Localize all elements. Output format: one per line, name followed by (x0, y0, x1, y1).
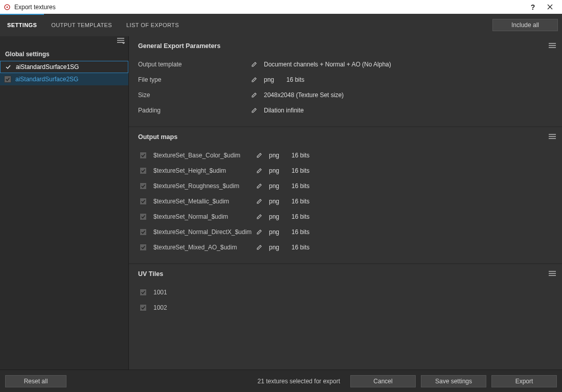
edit-icon[interactable] (255, 214, 264, 220)
close-button[interactable] (541, 0, 559, 14)
output-map-row: $textureSet_Roughness_$udimpng16 bits (138, 178, 553, 194)
edit-icon[interactable] (255, 229, 264, 235)
output-map-row: $textureSet_Height_$udimpng16 bits (138, 163, 553, 178)
include-all-container: Include all (492, 19, 558, 31)
label: Padding (138, 107, 244, 114)
map-bits: 16 bits (291, 244, 309, 251)
row-output-template: Output template Document channels + Norm… (138, 57, 553, 72)
uv-tile-row: 1001 (138, 285, 553, 300)
uv-checkbox[interactable] (138, 289, 148, 296)
value: Dilation infinite (264, 107, 304, 114)
tab-list-of-exports[interactable]: LIST OF EXPORTS (119, 14, 186, 36)
map-checkbox[interactable] (138, 244, 148, 251)
sidebar-toolbar (0, 36, 128, 49)
include-all-button[interactable]: Include all (492, 19, 558, 31)
row-file-type: File type png 16 bits (138, 72, 553, 87)
map-format: png (269, 152, 286, 159)
panel-title: Output maps (138, 133, 553, 141)
edit-icon[interactable] (250, 61, 259, 67)
map-name: $textureSet_Normal_DirectX_$udim (153, 228, 250, 236)
map-format: png (269, 167, 286, 174)
tabs: SETTINGS OUTPUT TEMPLATES LIST OF EXPORT… (0, 14, 186, 36)
map-name: $textureSet_Normal_$udim (153, 213, 250, 220)
footer: Reset all 21 textures selected for expor… (0, 370, 562, 392)
texture-set-label: aiStandardSurface2SG (15, 76, 78, 83)
edit-icon[interactable] (255, 168, 264, 174)
edit-icon[interactable] (250, 107, 259, 113)
panel-title: General Export Parameters (138, 42, 553, 50)
texture-set-item[interactable]: aiStandardSurface2SG (0, 73, 128, 85)
edit-icon[interactable] (255, 198, 264, 204)
topbar: SETTINGS OUTPUT TEMPLATES LIST OF EXPORT… (0, 14, 562, 36)
checkbox[interactable] (4, 76, 11, 83)
label: Output template (138, 61, 244, 68)
value: Document channels + Normal + AO (No Alph… (264, 61, 391, 68)
tab-settings[interactable]: SETTINGS (0, 14, 44, 36)
map-format: png (269, 228, 286, 236)
panel-output-maps: Output maps $textureSet_Base_Color_$udim… (129, 126, 562, 263)
output-map-row: $textureSet_Metallic_$udimpng16 bits (138, 194, 553, 209)
sidebar-menu-icon[interactable] (116, 36, 125, 45)
output-map-row: $textureSet_Normal_$udimpng16 bits (138, 209, 553, 224)
map-name: $textureSet_Height_$udim (153, 167, 250, 174)
panel-title: UV Tiles (138, 270, 553, 278)
texture-set-item[interactable]: aiStandardSurface1SG (0, 61, 128, 73)
tab-output-templates[interactable]: OUTPUT TEMPLATES (44, 14, 119, 36)
map-format: png (269, 213, 286, 220)
map-format: png (269, 182, 286, 190)
map-format: png (269, 198, 286, 205)
map-checkbox[interactable] (138, 213, 148, 220)
export-button[interactable]: Export (491, 375, 557, 387)
value-format: png (264, 76, 281, 83)
map-bits: 16 bits (291, 198, 309, 205)
map-bits: 16 bits (291, 228, 309, 236)
uv-tile-row: 1002 (138, 300, 553, 315)
map-checkbox[interactable] (138, 198, 148, 205)
reset-all-button[interactable]: Reset all (5, 375, 66, 387)
panel-menu-icon[interactable] (548, 41, 557, 51)
cancel-button[interactable]: Cancel (350, 375, 416, 387)
svg-point-1 (7, 6, 8, 8)
row-size: Size 2048x2048 (Texture Set size) (138, 87, 553, 103)
uv-checkbox[interactable] (138, 304, 148, 311)
map-name: $textureSet_Base_Color_$udim (153, 152, 250, 159)
export-status: 21 textures selected for export (258, 378, 340, 385)
panel-menu-icon[interactable] (548, 132, 557, 142)
value: 2048x2048 (Texture Set size) (264, 91, 344, 99)
edit-icon[interactable] (255, 152, 264, 158)
output-map-row: $textureSet_Normal_DirectX_$udimpng16 bi… (138, 224, 553, 240)
map-checkbox[interactable] (138, 228, 148, 236)
panel-general: General Export Parameters Output templat… (129, 36, 562, 126)
check-icon[interactable] (5, 63, 12, 71)
label: File type (138, 76, 244, 83)
content: General Export Parameters Output templat… (129, 36, 562, 370)
value-bits: 16 bits (286, 76, 304, 83)
window-title: Export textures (14, 4, 525, 11)
map-name: $textureSet_Roughness_$udim (153, 182, 250, 190)
label: Size (138, 91, 244, 99)
map-checkbox[interactable] (138, 152, 148, 159)
map-checkbox[interactable] (138, 182, 148, 190)
uv-tile-label: 1002 (153, 304, 167, 311)
map-checkbox[interactable] (138, 167, 148, 174)
sidebar-heading: Global settings (0, 49, 128, 61)
sidebar: Global settings aiStandardSurface1SG aiS… (0, 36, 129, 370)
row-padding: Padding Dilation infinite (138, 103, 553, 118)
app-icon (3, 3, 11, 11)
edit-icon[interactable] (250, 77, 259, 83)
edit-icon[interactable] (255, 183, 264, 189)
map-bits: 16 bits (291, 182, 309, 190)
edit-icon[interactable] (255, 244, 264, 250)
save-settings-button[interactable]: Save settings (421, 375, 486, 387)
panel-menu-icon[interactable] (548, 269, 557, 279)
map-bits: 16 bits (291, 152, 309, 159)
edit-icon[interactable] (250, 92, 259, 98)
map-bits: 16 bits (291, 213, 309, 220)
map-name: $textureSet_Metallic_$udim (153, 198, 250, 205)
titlebar: Export textures ? (0, 0, 562, 14)
panel-uv-tiles: UV Tiles 10011002 (129, 263, 562, 324)
map-bits: 16 bits (291, 167, 309, 174)
uv-tile-label: 1001 (153, 289, 167, 296)
output-map-row: $textureSet_Base_Color_$udimpng16 bits (138, 148, 553, 163)
help-button[interactable]: ? (525, 0, 541, 14)
